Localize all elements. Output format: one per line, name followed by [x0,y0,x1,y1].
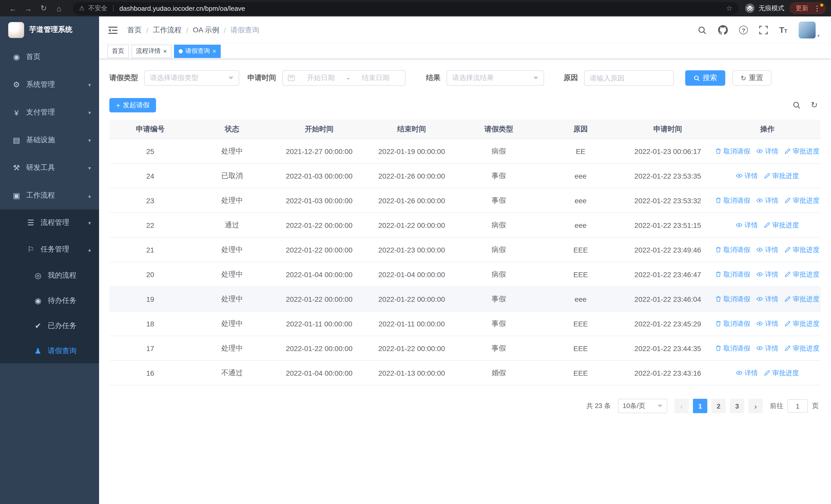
goto-page-input[interactable] [787,399,808,413]
cell-status: 处理中 [191,319,273,328]
breadcrumb-oa-example[interactable]: OA 示例 [193,25,220,35]
bookmark-star-icon[interactable]: ☆ [726,4,733,12]
cell-end-time: 2022-01-11 00:00:00 [366,320,458,328]
breadcrumb-workflow[interactable]: 工作流程 [153,25,182,35]
browser-menu-icon[interactable]: ⋮ [811,4,823,12]
sidebar-item-my-process[interactable]: ◎ 我的流程 [0,263,99,288]
sidebar-item-system-management[interactable]: ⚙ 系统管理 ▾ [0,71,99,98]
approval-progress-link[interactable]: 审批进度 [784,245,820,254]
eye-icon [756,271,764,278]
home-icon[interactable]: ⌂ [51,1,67,16]
url-text[interactable]: dashboard.yudao.iocoder.cn/bpm/oa/leave [119,4,245,12]
search-icon [693,75,700,81]
detail-link[interactable]: 详情 [736,171,758,180]
approval-progress-link[interactable]: 审批进度 [784,294,820,304]
leave-type-select[interactable]: 请选择请假类型 [144,70,239,86]
user-avatar-menu[interactable]: ▾ [799,22,820,38]
approval-progress-link[interactable]: 审批进度 [784,196,820,205]
sidebar-item-leave-query[interactable]: ♟ 请假查询 [0,338,99,363]
security-label[interactable]: 不安全 [88,4,108,12]
create-leave-button[interactable]: + 发起请假 [109,98,156,112]
cancel-leave-link[interactable]: 取消请假 [715,147,750,156]
cell-status: 通过 [191,220,273,230]
detail-link[interactable]: 详情 [756,344,778,353]
detail-link[interactable]: 详情 [736,220,758,230]
browser-window: ← → ↻ ⌂ ⚠ 不安全 | dashboard.yudao.iocoder.… [0,0,831,504]
approval-progress-link[interactable]: 审批进度 [784,344,820,353]
cancel-leave-link[interactable]: 取消请假 [715,319,750,328]
apply-time-label: 申请时间 [248,73,276,83]
search-button[interactable]: 搜索 [685,70,725,86]
detail-link[interactable]: 详情 [736,368,758,378]
sidebar-item-process-management[interactable]: ☰ 流程管理 ▾ [0,209,99,236]
sidebar-item-home[interactable]: ◉ 首页 [0,43,99,71]
col-leave-type: 请假类型 [458,124,540,134]
font-size-large-glyph: T [779,26,784,34]
detail-link[interactable]: 详情 [756,196,778,205]
cell-status: 处理中 [191,294,273,304]
sidebar-collapse-icon[interactable] [107,24,119,36]
next-page-button[interactable]: › [748,399,763,413]
cell-reason: eee [540,172,622,180]
update-button[interactable]: 更新 ⋮ [790,2,826,14]
search-icon[interactable] [697,25,707,35]
sidebar-item-workflow[interactable]: ▣ 工作流程 ▴ [0,182,99,209]
back-icon[interactable]: ← [5,1,21,16]
cancel-leave-link[interactable]: 取消请假 [715,344,750,353]
toggle-search-icon[interactable] [792,101,800,109]
sidebar-item-done-tasks[interactable]: ✔ 已办任务 [0,313,99,338]
cancel-leave-link[interactable]: 取消请假 [715,270,750,279]
sidebar-item-payment-management[interactable]: ¥ 支付管理 ▾ [0,98,99,126]
tab-label: 流程详情 [136,47,161,55]
detail-link[interactable]: 详情 [756,294,778,304]
page-button-3[interactable]: 3 [730,399,744,413]
sidebar-item-dev-tools[interactable]: ⚒ 研发工具 ▾ [0,154,99,182]
prev-page-button[interactable]: ‹ [675,399,689,413]
sidebar-item-infrastructure[interactable]: ▤ 基础设施 ▾ [0,126,99,154]
breadcrumb-home[interactable]: 首页 [127,25,142,35]
page-size-select[interactable]: 10条/页 [618,399,667,413]
reload-icon[interactable]: ↻ [36,1,51,16]
reason-input[interactable] [584,70,674,86]
refresh-table-icon[interactable]: ↻ [811,101,818,109]
approval-progress-link[interactable]: 审批进度 [764,220,799,230]
page-size-value: 10条/页 [623,402,645,411]
close-tab-icon[interactable]: × [212,48,216,54]
approval-progress-link[interactable]: 审批进度 [764,368,799,378]
approval-progress-link[interactable]: 审批进度 [784,147,820,156]
table-body: 25 处理中 2021-12-27 00:00:00 2022-01-19 00… [109,139,821,385]
cell-reason: EEE [540,344,622,352]
close-tab-icon[interactable]: × [163,48,167,54]
page-button-1[interactable]: 1 [693,399,707,413]
page-button-2[interactable]: 2 [711,399,726,413]
chevron-down-icon: ▾ [88,220,91,226]
forward-icon[interactable]: → [21,1,36,16]
edit-icon [764,222,771,228]
approval-progress-link[interactable]: 审批进度 [784,319,820,328]
cancel-leave-link[interactable]: 取消请假 [715,294,750,304]
search-button-label: 搜索 [703,73,717,83]
detail-link[interactable]: 详情 [756,319,778,328]
tab-leave-query[interactable]: 请假查询 × [174,45,221,58]
tab-home[interactable]: 首页 [107,45,129,58]
tab-process-detail[interactable]: 流程详情 × [132,45,171,58]
github-icon[interactable] [718,25,728,35]
workflow-submenu: ☰ 流程管理 ▾ ⚐ 任务管理 ▴ ◎ 我的流程 ◉ 待办任务 [0,209,99,363]
cancel-leave-link[interactable]: 取消请假 [715,196,750,205]
fullscreen-icon[interactable] [759,26,768,34]
detail-link[interactable]: 详情 [756,147,778,156]
apply-time-range-picker[interactable]: 开始日期 - 结束日期 [282,70,405,86]
approval-progress-link[interactable]: 审批进度 [784,270,820,279]
sidebar-item-todo-tasks[interactable]: ◉ 待办任务 [0,288,99,313]
cancel-leave-link[interactable]: 取消请假 [715,245,750,254]
url-bar[interactable]: ⚠ 不安全 | dashboard.yudao.iocoder.cn/bpm/o… [73,2,739,14]
help-icon[interactable]: ? [739,26,748,34]
approval-progress-link[interactable]: 审批进度 [764,171,799,180]
detail-link[interactable]: 详情 [756,270,778,279]
font-size-icon[interactable]: TT [779,26,787,34]
edit-icon [784,345,791,352]
reset-button[interactable]: ↻ 重置 [733,70,771,86]
sidebar-item-task-management[interactable]: ⚐ 任务管理 ▴ [0,236,99,263]
detail-link[interactable]: 详情 [756,245,778,254]
result-select[interactable]: 请选择流结果 [447,70,544,86]
